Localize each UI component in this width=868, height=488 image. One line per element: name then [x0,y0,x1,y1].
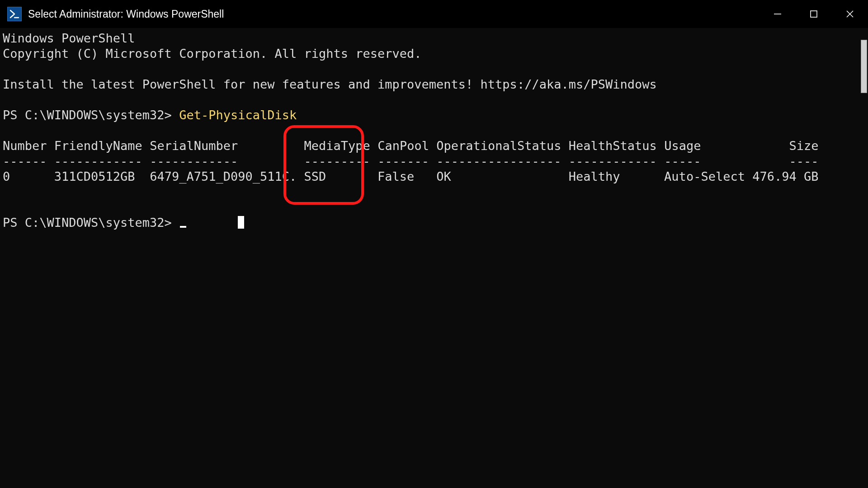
powershell-icon [7,7,22,21]
install-message: Install the latest PowerShell for new fe… [3,77,657,91]
col-div-media: --------- [304,154,370,168]
text-cursor [238,216,244,229]
col-div-canpool: ------- [377,154,429,168]
cell-serial: 6479_A751_D090_511C. [150,169,297,183]
cell-opstatus: OK [436,169,451,183]
col-div-usage: ----- [664,154,701,168]
cell-size: 476.94 GB [752,169,818,183]
col-div-opstatus: ----------------- [436,154,561,168]
powershell-window: Select Administrator: Windows PowerShell… [0,0,868,488]
col-header-opstatus: OperationalStatus [436,139,561,153]
maximize-button[interactable] [796,0,832,28]
col-div-friendly: ------------ [54,154,142,168]
col-div-size: ---- [789,154,819,168]
terminal-output[interactable]: Windows PowerShell Copyright (C) Microso… [3,31,855,488]
col-div-number: ------ [3,154,47,168]
cell-number: 0 [3,169,10,183]
cell-friendly: 311CD0512GB [54,169,135,183]
col-header-canpool: CanPool [377,139,429,153]
scrollbar-thumb[interactable] [861,40,867,93]
close-button[interactable] [832,0,868,28]
col-header-friendly: FriendlyName [54,139,142,153]
minimize-button[interactable] [760,0,796,28]
col-header-size: Size [789,139,819,153]
prompt-2: PS C:\WINDOWS\system32> [3,216,179,230]
window-title: Select Administrator: Windows PowerShell [28,8,224,20]
banner-line-1: Windows PowerShell [3,31,135,45]
underscore-cursor-mark [180,226,186,228]
terminal-area[interactable]: Windows PowerShell Copyright (C) Microso… [0,28,868,488]
banner-line-2: Copyright (C) Microsoft Corporation. All… [3,47,422,61]
col-div-serial: ------------ [150,154,238,168]
col-header-usage: Usage [664,139,701,153]
col-div-health: ------------ [569,154,657,168]
vertical-scrollbar[interactable] [858,28,868,488]
cell-canpool: False [377,169,414,183]
col-header-health: HealthStatus [569,139,657,153]
command-get-physicaldisk: Get-PhysicalDisk [179,108,297,122]
col-header-media: MediaType [304,139,370,153]
col-header-serial: SerialNumber [150,139,238,153]
cell-media: SSD [304,169,326,183]
titlebar[interactable]: Select Administrator: Windows PowerShell [0,0,868,28]
titlebar-left: Select Administrator: Windows PowerShell [0,7,224,21]
col-header-number: Number [3,139,47,153]
prompt-1: PS C:\WINDOWS\system32> [3,108,179,122]
svg-rect-2 [811,11,817,17]
cell-health: Healthy [569,169,620,183]
cell-usage: Auto-Select [664,169,745,183]
